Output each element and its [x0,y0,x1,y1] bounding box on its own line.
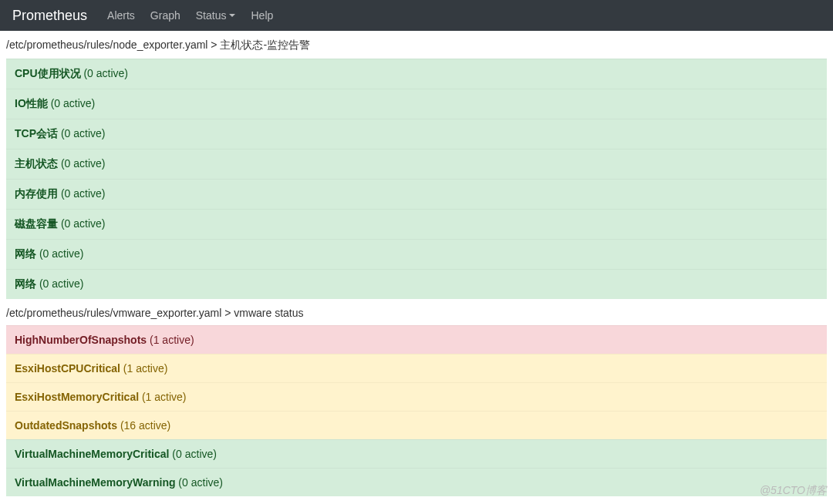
alert-rule-row[interactable]: TCP会话 (0 active) [6,119,827,149]
alert-rule-count: (0 active) [58,217,105,230]
alert-rule-row[interactable]: 网络 (0 active) [6,239,827,269]
alert-rule-count: (0 active) [48,97,95,109]
nav-help[interactable]: Help [243,6,281,25]
alert-rule-name: CPU使用状况 [15,67,81,79]
alert-rule-count: (16 active) [117,419,170,432]
alert-rule-row[interactable]: VirtualMachineMemoryCritical (0 active) [6,439,827,468]
alert-rule-count: (0 active) [36,277,83,290]
alert-rule-name: VirtualMachineMemoryWarning [15,476,175,489]
rule-group-header: /etc/prometheus/rules/node_exporter.yaml… [6,31,827,59]
alert-rule-count: (0 active) [81,67,128,79]
alert-rule-name: 网络 [15,277,36,290]
alert-rule-count: (1 active) [139,391,186,403]
alert-rule-count: (0 active) [169,448,216,460]
alert-rule-row[interactable]: 网络 (0 active) [6,269,827,299]
alert-rule-row[interactable]: IO性能 (0 active) [6,89,827,119]
nav-status[interactable]: Status [188,6,244,25]
alert-rule-count: (1 active) [147,334,194,346]
alert-rule-name: 主机状态 [15,157,58,170]
alert-rule-name: EsxiHostCPUCritical [15,362,120,375]
chevron-down-icon [229,14,235,17]
alert-rule-row[interactable]: 内存使用 (0 active) [6,179,827,209]
alert-rule-row[interactable]: EsxiHostCPUCritical (1 active) [6,354,827,382]
alert-rule-row[interactable]: 磁盘容量 (0 active) [6,209,827,239]
alert-rule-count: (1 active) [120,362,167,375]
nav-graph[interactable]: Graph [143,6,188,25]
alert-rule-row[interactable]: VirtualMachineMemoryWarning (0 active) [6,468,827,496]
alert-rule-count: (0 active) [175,476,222,489]
alert-rule-row[interactable]: OutdatedSnapshots (16 active) [6,411,827,439]
alert-rule-name: 内存使用 [15,187,58,200]
alert-rule-count: (0 active) [58,187,105,200]
nav-status-label: Status [196,9,227,22]
brand[interactable]: Prometheus [12,8,87,24]
alert-rule-row[interactable]: HighNumberOfSnapshots (1 active) [6,325,827,354]
alert-rule-name: HighNumberOfSnapshots [15,334,147,346]
alerts-content: /etc/prometheus/rules/node_exporter.yaml… [0,31,833,504]
alert-rule-count: (0 active) [36,247,83,260]
navbar: Prometheus Alerts Graph Status Help [0,0,833,31]
alert-rule-count: (0 active) [58,157,105,170]
rule-group-header: /etc/prometheus/rules/vmware_exporter.ya… [6,299,827,325]
alert-rule-row[interactable]: 主机状态 (0 active) [6,149,827,179]
alert-rule-row[interactable]: EsxiHostMemoryCritical (1 active) [6,382,827,411]
alert-rule-name: EsxiHostMemoryCritical [15,391,139,403]
alert-rule-name: 网络 [15,247,36,260]
alert-rule-name: TCP会话 [15,127,58,139]
nav-alerts[interactable]: Alerts [99,6,143,25]
alert-rule-row[interactable]: CPU使用状况 (0 active) [6,59,827,89]
watermark: @51CTO博客 [760,484,827,498]
alert-rule-name: VirtualMachineMemoryCritical [15,448,169,460]
alert-rule-name: 磁盘容量 [15,217,58,230]
alert-rule-name: OutdatedSnapshots [15,419,117,432]
alert-rule-count: (0 active) [58,127,105,139]
alert-rule-name: IO性能 [15,97,48,109]
